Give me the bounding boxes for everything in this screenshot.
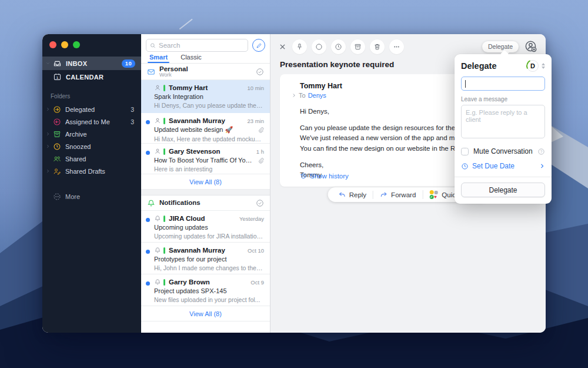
sidebar-item-snoozed[interactable]: Snoozed bbox=[42, 140, 141, 152]
unread-dot bbox=[146, 151, 150, 155]
inbox-icon bbox=[53, 59, 62, 68]
folder-label: Shared Drafts bbox=[65, 168, 105, 175]
sidebar-item-assigned-to-me[interactable]: Assigned to Me 3 bbox=[42, 115, 141, 128]
category-color-bar bbox=[163, 279, 165, 286]
clock-icon bbox=[335, 43, 342, 51]
tab-classic[interactable]: Classic bbox=[181, 54, 201, 63]
bell-icon bbox=[154, 279, 161, 286]
email-row-gary-stevenson[interactable]: Gary Stevenson 1 h How To Boost Your Tra… bbox=[141, 144, 270, 174]
calendar-icon bbox=[53, 72, 62, 81]
section-header-personal[interactable]: Personal Work bbox=[141, 64, 270, 80]
unread-dot bbox=[146, 218, 150, 222]
email-time: Yesterday bbox=[239, 216, 264, 222]
paperclip-icon bbox=[254, 157, 264, 164]
shared-drafts-icon bbox=[53, 167, 61, 175]
delegate-button[interactable] bbox=[524, 40, 537, 53]
set-due-date-label: Set Due Date bbox=[472, 162, 514, 170]
minimize-window-button[interactable] bbox=[61, 41, 68, 48]
email-row-jira-cloud[interactable]: JIRA Cloud Yesterday Upcoming updates Up… bbox=[141, 211, 270, 243]
folder-label: Snoozed bbox=[65, 143, 91, 150]
search-input-container[interactable] bbox=[146, 39, 248, 52]
person-icon bbox=[154, 148, 161, 155]
view-all-notifications-link[interactable]: View All (8) bbox=[141, 306, 270, 321]
folder-label: Archive bbox=[65, 131, 87, 138]
pin-button[interactable] bbox=[292, 39, 307, 54]
forward-button[interactable]: Forward bbox=[373, 191, 422, 199]
email-sender: Tommy Hart bbox=[169, 84, 208, 91]
ellipsis-icon bbox=[393, 43, 400, 51]
section-title: Notifications bbox=[159, 199, 201, 206]
chevron-down-icon[interactable] bbox=[46, 61, 52, 65]
assignee-sort-icon[interactable] bbox=[542, 63, 545, 69]
email-time: Oct 9 bbox=[250, 279, 264, 286]
email-row-tommy-hart[interactable]: Tommy Hart 10 min Spark Integration Hi D… bbox=[141, 80, 270, 113]
section-header-notifications[interactable]: Notifications bbox=[141, 195, 270, 211]
envelope-icon bbox=[147, 68, 155, 76]
expand-details-chevron-icon[interactable] bbox=[292, 93, 296, 98]
section-subtitle: Work bbox=[159, 72, 188, 78]
delegate-submit-button[interactable]: Delegate bbox=[461, 183, 545, 197]
snooze-button[interactable] bbox=[331, 39, 346, 54]
chevron-right-icon[interactable] bbox=[46, 107, 52, 111]
sidebar-item-archive[interactable]: Archive bbox=[42, 128, 141, 140]
bell-icon bbox=[147, 199, 155, 207]
forward-icon bbox=[380, 191, 388, 199]
mark-all-done-icon[interactable] bbox=[256, 199, 264, 207]
compose-button[interactable] bbox=[252, 39, 265, 52]
search-input[interactable] bbox=[159, 42, 244, 49]
sidebar-item-calendar[interactable]: CALENDAR bbox=[42, 70, 141, 84]
window-controls bbox=[42, 34, 141, 57]
mute-conversation-checkbox[interactable] bbox=[461, 148, 469, 155]
zoom-window-button[interactable] bbox=[73, 41, 80, 48]
close-window-button[interactable] bbox=[49, 41, 56, 48]
email-preview: Hi Denys, Can you please update the desi… bbox=[154, 102, 264, 109]
sidebar-item-inbox[interactable]: INBOX 10 bbox=[42, 57, 141, 70]
mark-read-button[interactable] bbox=[312, 39, 326, 54]
mark-all-done-icon[interactable] bbox=[256, 68, 264, 76]
sidebar-item-more[interactable]: More bbox=[42, 190, 141, 203]
category-color-bar bbox=[163, 148, 165, 155]
close-icon[interactable] bbox=[279, 43, 288, 51]
sidebar-calendar-label: CALENDAR bbox=[66, 74, 103, 81]
email-row-savannah-murray[interactable]: Savannah Murray 23 min Updated website d… bbox=[141, 113, 270, 144]
tab-smart[interactable]: Smart bbox=[149, 54, 168, 63]
delete-button[interactable] bbox=[370, 39, 385, 54]
to-label: To bbox=[299, 92, 306, 99]
email-sender: JIRA Cloud bbox=[169, 215, 205, 222]
email-preview: Hi, John I made some changes to the c... bbox=[154, 264, 264, 271]
more-label: More bbox=[65, 193, 80, 200]
reply-button[interactable]: Reply bbox=[332, 191, 373, 199]
assignee-avatar[interactable]: D bbox=[527, 60, 539, 72]
person-add-icon bbox=[524, 40, 537, 53]
paperclip-icon bbox=[254, 127, 264, 133]
more-actions-button[interactable] bbox=[389, 39, 404, 54]
email-row-garry-brown[interactable]: Garry Brown Oct 9 Project updates SPX-14… bbox=[141, 274, 270, 306]
chevron-right-icon[interactable] bbox=[46, 144, 52, 148]
set-due-date-row[interactable]: Set Due Date bbox=[461, 162, 545, 170]
view-all-personal-link[interactable]: View All (8) bbox=[141, 174, 270, 190]
sidebar-item-shared[interactable]: Shared bbox=[42, 152, 141, 165]
reply-label: Reply bbox=[349, 191, 366, 198]
delegate-message-textarea[interactable] bbox=[461, 105, 545, 138]
chevron-right-icon[interactable] bbox=[46, 132, 52, 136]
folder-label: Shared bbox=[65, 155, 86, 163]
email-list-pane: Smart Classic Personal Work Tommy Hart 1… bbox=[141, 34, 270, 333]
assignee-input[interactable] bbox=[461, 77, 545, 91]
email-sender: Gary Stevenson bbox=[169, 148, 220, 155]
archive-icon bbox=[53, 130, 61, 138]
chevron-right-icon[interactable] bbox=[46, 169, 52, 173]
delegated-icon bbox=[53, 105, 61, 114]
email-row-savannah-murray-2[interactable]: Savannah Murray Oct 10 Prototypes for ou… bbox=[141, 243, 270, 274]
email-subject: Prototypes for our project bbox=[154, 256, 227, 263]
help-question-icon[interactable] bbox=[537, 148, 545, 155]
show-history-link[interactable]: Show history bbox=[300, 173, 349, 180]
archive-button[interactable] bbox=[350, 39, 365, 54]
forward-label: Forward bbox=[391, 191, 416, 198]
sidebar-item-delegated[interactable]: Delegated 3 bbox=[42, 103, 141, 115]
sidebar-item-shared-drafts[interactable]: Shared Drafts bbox=[42, 165, 141, 177]
snoozed-icon bbox=[53, 142, 61, 151]
sidebar-inbox-label: INBOX bbox=[66, 60, 87, 67]
email-preview: Upcoming updates for JIRA installation..… bbox=[154, 233, 264, 240]
search-icon bbox=[150, 42, 156, 49]
recipient-link[interactable]: Denys bbox=[308, 92, 326, 99]
